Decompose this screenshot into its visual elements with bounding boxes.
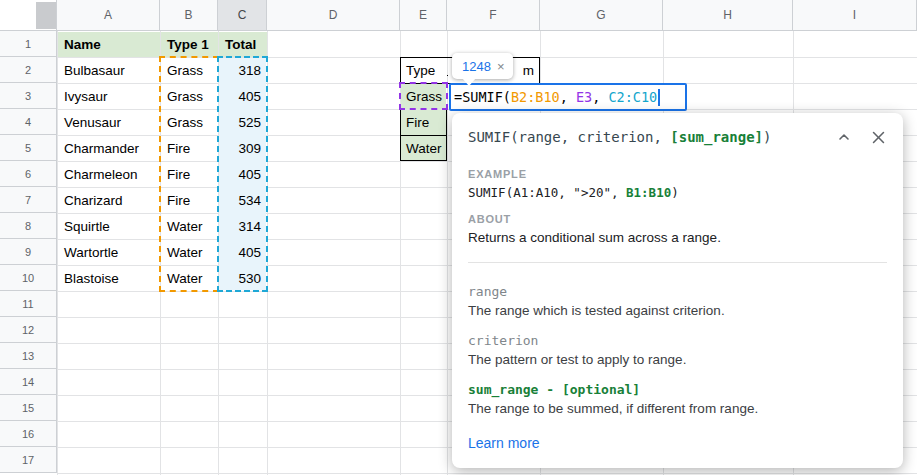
table-cell[interactable]: 530 (219, 266, 267, 291)
about-label: ABOUT (468, 213, 887, 225)
table-cell[interactable]: Grass (161, 58, 218, 83)
formula-token: , (560, 89, 576, 105)
table-cell[interactable]: 309 (219, 136, 267, 161)
row-header-17[interactable]: 17 (0, 447, 57, 473)
grid-vline (447, 31, 448, 475)
row-header-11[interactable]: 11 (0, 291, 57, 317)
learn-more-link[interactable]: Learn more (468, 435, 540, 451)
table-cell[interactable]: 318 (219, 58, 267, 83)
table-cell[interactable]: Ivysaur (58, 84, 160, 109)
cell-e5-water[interactable]: Water (401, 136, 446, 160)
row-header-16[interactable]: 16 (0, 421, 57, 447)
formula-result-chip: 1248 × (452, 53, 513, 79)
table-cell[interactable]: 405 (219, 84, 267, 109)
param-criterion-name: criterion (468, 333, 887, 348)
table-cell[interactable]: Charizard (58, 188, 160, 213)
text-cursor (658, 89, 660, 106)
param-range-name: range (468, 284, 887, 299)
table-cell[interactable]: 534 (219, 188, 267, 213)
table-cell[interactable]: Venusaur (58, 110, 160, 135)
param-sumrange-description: The range to be summed, if different fro… (468, 401, 887, 416)
row-header-3[interactable]: 3 (0, 83, 57, 109)
grid-vline (267, 31, 268, 475)
row-header-12[interactable]: 12 (0, 317, 57, 343)
grid-hline (57, 473, 917, 474)
table-cell[interactable]: 405 (219, 240, 267, 265)
table-cell[interactable]: Water (161, 266, 218, 291)
column-header-h[interactable]: H (663, 0, 793, 31)
table-cell[interactable]: Fire (161, 188, 218, 213)
select-all-corner[interactable] (0, 0, 57, 31)
function-signature: SUMIF(range, criterion, [sum_range]) (468, 129, 821, 145)
table-cell[interactable]: Water (161, 240, 218, 265)
select-all-corner-block (36, 2, 56, 29)
table-cell[interactable]: Wartortle (58, 240, 160, 265)
formula-token-criterion: E3 (576, 89, 592, 105)
spreadsheet-app: ABCDEFGHI1234567891011121314151617 NameT… (0, 0, 917, 475)
help-divider (468, 262, 887, 263)
row-header-6[interactable]: 6 (0, 161, 57, 187)
row-header-13[interactable]: 13 (0, 343, 57, 369)
row-header-2[interactable]: 2 (0, 57, 57, 83)
row-header-14[interactable]: 14 (0, 369, 57, 395)
chip-close-icon[interactable]: × (497, 59, 505, 74)
column-header-g[interactable]: G (540, 0, 663, 31)
row-header-1[interactable]: 1 (0, 31, 57, 57)
row-header-15[interactable]: 15 (0, 395, 57, 421)
formula-token-sumrange: C2:C10 (608, 89, 657, 105)
table-cell[interactable]: 405 (219, 162, 267, 187)
column-header-a[interactable]: A (57, 0, 160, 31)
formula-token: , (592, 89, 608, 105)
about-text: Returns a conditional sum across a range… (468, 230, 887, 245)
column-header-i[interactable]: I (793, 0, 917, 31)
column-header-b[interactable]: B (160, 0, 218, 31)
row-header-8[interactable]: 8 (0, 213, 57, 239)
param-criterion-description: The pattern or test to apply to range. (468, 352, 887, 367)
table-cell[interactable]: Fire (161, 162, 218, 187)
example-label: EXAMPLE (468, 168, 887, 180)
row-header-10[interactable]: 10 (0, 265, 57, 291)
formula-token: =SUMIF( (454, 89, 511, 105)
table-cell[interactable]: Fire (161, 136, 218, 161)
formula-token-range: B2:B10 (511, 89, 560, 105)
table-cell[interactable]: Charmander (58, 136, 160, 161)
optional-arg: [sum_range] (670, 129, 763, 145)
function-help-body: EXAMPLE SUMIF(A1:A10, ">20", B1:B10) ABO… (452, 168, 903, 452)
collapse-chevron-icon[interactable] (833, 126, 855, 148)
row-header-7[interactable]: 7 (0, 187, 57, 213)
table-cell[interactable]: Grass (161, 84, 218, 109)
table-cell[interactable]: Bulbasaur (58, 58, 160, 83)
column-header-c[interactable]: C (218, 0, 267, 31)
function-help-popup: SUMIF(range, criterion, [sum_range]) EXA… (452, 113, 903, 468)
table-cell[interactable]: Charmeleon (58, 162, 160, 187)
table-cell[interactable]: 525 (219, 110, 267, 135)
column-header-d[interactable]: D (267, 0, 400, 31)
param-range-description: The range which is tested against criter… (468, 303, 887, 318)
formula-input[interactable]: =SUMIF(B2:B10, E3, C2:C10 (449, 83, 687, 111)
table-cell[interactable]: Water (161, 214, 218, 239)
cell-e2-type[interactable]: Type (401, 58, 446, 83)
row-header-5[interactable]: 5 (0, 135, 57, 161)
function-help-header: SUMIF(range, criterion, [sum_range]) (452, 113, 903, 148)
cell-e3-grass[interactable]: Grass (401, 84, 446, 109)
column-header-f[interactable]: F (447, 0, 540, 31)
cell-e4-fire[interactable]: Fire (401, 110, 446, 135)
example-code: SUMIF(A1:A10, ">20", B1:B10) (468, 185, 887, 200)
column-header-e[interactable]: E (400, 0, 447, 31)
formula-result-value: 1248 (462, 59, 491, 74)
param-sumrange-name: sum_range - [optional] (468, 382, 887, 397)
header-cell-type-1[interactable]: Type 1 (161, 32, 218, 57)
header-cell-total[interactable]: Total (219, 32, 267, 57)
close-icon[interactable] (867, 126, 889, 148)
header-cell-name[interactable]: Name (58, 32, 160, 57)
chip-caret (462, 78, 476, 86)
table-cell[interactable]: Squirtle (58, 214, 160, 239)
table-cell[interactable]: Blastoise (58, 266, 160, 291)
table-cell[interactable]: 314 (219, 214, 267, 239)
example-highlight: B1:B10 (626, 185, 671, 200)
row-header-9[interactable]: 9 (0, 239, 57, 265)
row-header-4[interactable]: 4 (0, 109, 57, 135)
table-cell[interactable]: Grass (161, 110, 218, 135)
